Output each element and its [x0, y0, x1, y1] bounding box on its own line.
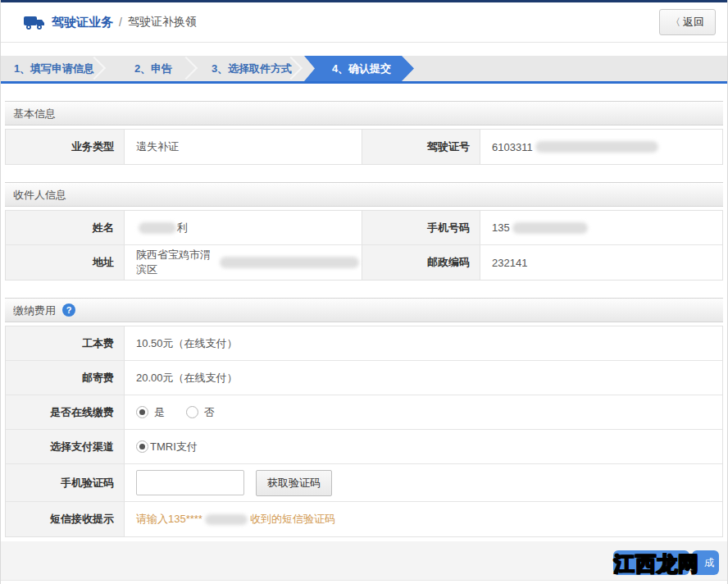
- breadcrumb-root[interactable]: 驾驶证业务: [52, 15, 113, 30]
- watermark-text: 江西龙网: [614, 550, 699, 577]
- tab-step-1[interactable]: 1、填写申请信息: [1, 56, 107, 81]
- channel-label: 选择支付渠道: [6, 430, 125, 463]
- help-icon[interactable]: ?: [62, 303, 75, 317]
- section-header-basic-info: 基本信息: [5, 101, 723, 125]
- business-type-value: 遗失补证: [125, 139, 362, 154]
- name-label: 姓名: [6, 211, 125, 244]
- business-type-label: 业务类型: [6, 130, 125, 164]
- table-row: 短信接收提示 请输入135****收到的短信验证码: [6, 502, 722, 536]
- redacted-license-digits: [535, 141, 658, 153]
- phone-value: 135: [480, 221, 722, 234]
- breadcrumb-current: 驾驶证补换领: [128, 15, 197, 30]
- chevron-separator-icon: [175, 57, 198, 80]
- online-pay-label: 是否在线缴费: [6, 395, 125, 429]
- tab-step-2[interactable]: 2、申告: [107, 56, 199, 81]
- online-pay-options: 是 否: [125, 405, 722, 420]
- site-watermark: 成 江西龙网: [608, 549, 719, 577]
- section-header-recipient-info: 收件人信息: [5, 182, 723, 207]
- payment-table: 工本费 10.50元（在线支付） 邮寄费 20.00元（在线支付） 是否在线缴费…: [5, 326, 723, 537]
- address-value: 陕西省宝鸡市渭滨区: [125, 248, 362, 277]
- footer-bar: 成 江西龙网: [1, 541, 727, 581]
- redacted-sms-digits: [205, 514, 248, 525]
- postage-value: 20.00元（在线支付）: [125, 371, 722, 386]
- fee-label: 工本费: [6, 326, 125, 360]
- postcode-label: 邮政编码: [362, 245, 480, 280]
- chevron-left-icon: 〈: [671, 16, 680, 28]
- basic-info-table: 业务类型 遗失补证 驾驶证号 6103311: [5, 129, 723, 165]
- radio-no[interactable]: [186, 406, 198, 418]
- page-header: 驾驶证业务 / 驾驶证补换领 〈返回: [1, 2, 727, 43]
- radio-no-label[interactable]: 否: [204, 405, 215, 420]
- table-row: 业务类型 遗失补证 驾驶证号 6103311: [6, 130, 722, 164]
- captcha-label: 手机验证码: [6, 464, 125, 501]
- breadcrumb-separator: /: [119, 16, 122, 29]
- tab-step-4-active[interactable]: 4、确认提交: [304, 56, 414, 81]
- table-row: 姓名 利 手机号码 135: [6, 211, 722, 245]
- recipient-info-table: 姓名 利 手机号码 135 地址 陕西省宝鸡市渭滨区 邮政编码 232141: [5, 210, 723, 281]
- sms-hint-value: 请输入135****收到的短信验证码: [125, 512, 722, 527]
- tab-step-3[interactable]: 3、选择取件方式: [199, 56, 304, 81]
- truck-icon: [24, 14, 45, 30]
- captcha-field-group: 获取验证码: [125, 470, 722, 496]
- watermark-partial-char: 成: [704, 556, 714, 570]
- get-code-button[interactable]: 获取验证码: [256, 470, 332, 496]
- table-row: 手机验证码 获取验证码: [6, 464, 722, 502]
- radio-yes-selected[interactable]: [136, 406, 148, 418]
- redacted-name: [139, 222, 176, 234]
- postcode-value: 232141: [480, 257, 722, 269]
- captcha-input[interactable]: [136, 470, 244, 495]
- postage-label: 邮寄费: [6, 361, 125, 395]
- license-no-value: 6103311: [480, 141, 722, 153]
- sms-hint-label: 短信接收提示: [6, 502, 125, 536]
- phone-label: 手机号码: [362, 211, 480, 244]
- license-no-label: 驾驶证号: [362, 130, 480, 164]
- radio-tmri-selected[interactable]: [136, 440, 148, 453]
- radio-tmri-label[interactable]: TMRI支付: [150, 440, 198, 454]
- table-row: 工本费 10.50元（在线支付）: [6, 326, 722, 361]
- table-row: 是否在线缴费 是 否: [6, 395, 722, 430]
- table-row: 邮寄费 20.00元（在线支付）: [6, 361, 722, 395]
- address-label: 地址: [6, 245, 125, 280]
- redacted-phone-digits: [512, 222, 588, 234]
- table-row: 地址 陕西省宝鸡市渭滨区 邮政编码 232141: [6, 245, 722, 280]
- table-row: 选择支付渠道 TMRI支付: [6, 430, 722, 464]
- step-tabs: 1、填写申请信息 2、申告 3、选择取件方式 4、确认提交: [1, 56, 727, 84]
- section-header-payment: 缴纳费用 ?: [5, 298, 723, 322]
- back-button[interactable]: 〈返回: [659, 9, 716, 35]
- redacted-address: [220, 257, 359, 268]
- radio-yes-label[interactable]: 是: [154, 405, 165, 420]
- fee-value: 10.50元（在线支付）: [125, 336, 722, 351]
- channel-options: TMRI支付: [125, 440, 722, 454]
- page: 驾驶证业务 / 驾驶证补换领 〈返回 1、填写申请信息 2、申告 3、选择取件方…: [0, 0, 728, 584]
- name-value: 利: [125, 221, 362, 235]
